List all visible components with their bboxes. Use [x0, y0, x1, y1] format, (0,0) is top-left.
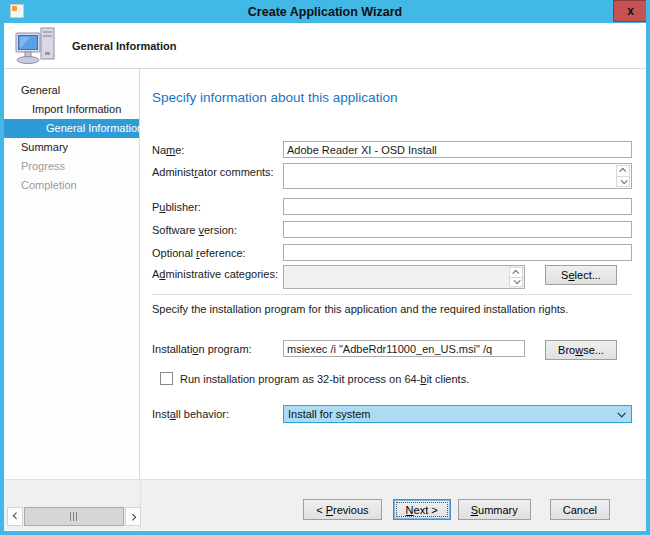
administrator-comments-label: Administrator comments:: [152, 163, 283, 189]
wizard-page-content: Specify information about this applicati…: [140, 69, 646, 479]
scroll-down-icon[interactable]: [509, 278, 523, 288]
page-title: General Information: [72, 40, 177, 52]
scroll-down-icon[interactable]: [616, 177, 630, 188]
install-behavior-dropdown[interactable]: Install for system: [283, 405, 632, 423]
optional-reference-label: Optional reference:: [152, 244, 283, 261]
name-input[interactable]: [283, 141, 632, 158]
scroll-right-icon[interactable]: [125, 507, 141, 526]
titlebar: Create Application Wizard x: [4, 0, 646, 23]
optional-reference-input[interactable]: [283, 244, 632, 261]
chevron-down-icon: [617, 409, 625, 417]
administrative-categories-box: [283, 265, 525, 289]
create-application-wizard-window: Create Application Wizard x General Info…: [0, 0, 650, 535]
publisher-input[interactable]: [283, 198, 632, 215]
install-behavior-selected-value: Install for system: [288, 408, 618, 420]
run-32bit-checkbox[interactable]: [160, 372, 173, 385]
summary-button[interactable]: Summary: [458, 499, 531, 520]
installation-program-input[interactable]: [283, 340, 525, 357]
select-button[interactable]: Select...: [545, 265, 617, 285]
sidebar-item-completion: Completion: [4, 176, 139, 195]
cancel-button[interactable]: Cancel: [550, 499, 610, 520]
sidebar-item-import-information[interactable]: Import Information: [4, 100, 139, 119]
previous-button[interactable]: < Previous: [303, 499, 381, 520]
scroll-left-icon[interactable]: [7, 507, 23, 526]
sidebar-item-general[interactable]: General: [4, 81, 139, 100]
wizard-steps-sidebar: General Import Information General Infor…: [4, 69, 140, 479]
wizard-footer: < Previous Next > Summary Cancel: [4, 479, 646, 530]
sidebar-horizontal-scrollbar[interactable]: [7, 507, 141, 526]
name-label: Name:: [152, 141, 283, 158]
section-divider: [152, 294, 632, 295]
scrollbar-grip-icon: [70, 512, 78, 521]
installation-program-label: Installation program:: [152, 340, 283, 360]
next-button[interactable]: Next >: [393, 499, 451, 520]
scrollbar-thumb[interactable]: [24, 507, 124, 526]
scroll-up-icon[interactable]: [616, 165, 630, 177]
run-32bit-checkbox-label[interactable]: Run installation program as 32-bit proce…: [180, 373, 469, 385]
administrator-comments-input[interactable]: [283, 163, 632, 189]
window-title: Create Application Wizard: [248, 5, 402, 19]
software-version-input[interactable]: [283, 221, 632, 238]
sidebar-item-general-information[interactable]: General Information: [4, 119, 139, 138]
sidebar-item-progress: Progress: [4, 157, 139, 176]
application-icon: [10, 4, 24, 18]
scroll-up-icon[interactable]: [509, 267, 523, 278]
browse-button[interactable]: Browse...: [545, 340, 617, 360]
administrative-categories-label: Administrative categories:: [152, 265, 283, 289]
computer-icon: [14, 26, 58, 66]
close-icon[interactable]: x: [613, 0, 648, 22]
install-behavior-label: Install behavior:: [152, 405, 283, 423]
publisher-label: Publisher:: [152, 198, 283, 215]
wizard-page-header: General Information: [4, 23, 646, 69]
sidebar-item-summary[interactable]: Summary: [4, 138, 139, 157]
install-section-instruction: Specify the installation program for thi…: [152, 303, 632, 315]
software-version-label: Software version:: [152, 221, 283, 238]
page-heading: Specify information about this applicati…: [152, 90, 632, 105]
